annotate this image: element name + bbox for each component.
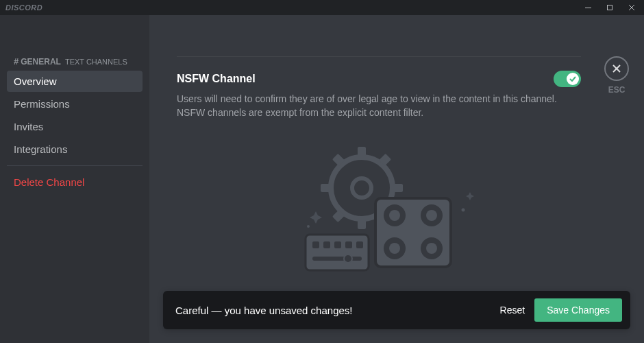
settings-sidebar: # GENERAL TEXT CHANNELS Overview Permiss… xyxy=(0,15,149,343)
sidebar-item-delete-channel[interactable]: Delete Channel xyxy=(7,172,143,193)
sidebar-item-integrations[interactable]: Integrations xyxy=(7,139,143,160)
svg-rect-8 xyxy=(358,147,366,156)
svg-point-7 xyxy=(352,178,371,198)
sidebar-divider xyxy=(7,165,143,166)
minimize-button[interactable] xyxy=(578,0,597,15)
nsfw-setting-row: NSFW Channel xyxy=(177,71,581,87)
settings-content: NSFW Channel Users will need to confirm … xyxy=(177,15,581,277)
channel-name: GENERAL xyxy=(21,57,61,67)
svg-rect-33 xyxy=(312,257,362,261)
sidebar-item-label: Integrations xyxy=(14,143,67,155)
unsaved-actions: Reset Save Changes xyxy=(500,298,622,322)
svg-point-19 xyxy=(389,210,400,221)
save-changes-button[interactable]: Save Changes xyxy=(534,298,622,322)
svg-rect-29 xyxy=(323,241,330,248)
svg-rect-10 xyxy=(321,184,330,192)
svg-rect-9 xyxy=(358,220,366,229)
unsaved-changes-bar: Careful — you have unsaved changes! Rese… xyxy=(163,291,630,329)
svg-rect-26 xyxy=(306,235,369,270)
sidebar-item-label: Invites xyxy=(14,121,43,132)
setting-title: NSFW Channel xyxy=(177,73,256,85)
toggle-knob xyxy=(567,73,579,85)
app-wordmark: DISCORD xyxy=(5,3,42,12)
close-settings-button[interactable] xyxy=(604,56,629,81)
close-region: ESC xyxy=(604,56,629,95)
hash-icon: # xyxy=(14,56,18,67)
settings-illustration xyxy=(177,147,581,277)
sidebar-item-overview[interactable]: Overview xyxy=(7,71,143,92)
window-controls xyxy=(578,0,641,15)
titlebar: DISCORD xyxy=(0,0,644,15)
sidebar-item-label: Overview xyxy=(14,75,57,87)
svg-rect-30 xyxy=(334,241,341,248)
esc-label: ESC xyxy=(608,85,626,95)
sidebar-item-label: Permissions xyxy=(14,98,70,110)
svg-point-21 xyxy=(426,210,437,221)
close-window-button[interactable] xyxy=(622,0,641,15)
maximize-button[interactable] xyxy=(600,0,619,15)
svg-rect-1 xyxy=(608,5,612,10)
settings-main: ESC NSFW Channel Users will need to conf… xyxy=(149,15,644,343)
svg-rect-28 xyxy=(312,241,319,248)
svg-rect-32 xyxy=(356,241,363,248)
setting-description: Users will need to confirm they are of o… xyxy=(177,93,560,119)
sidebar-item-permissions[interactable]: Permissions xyxy=(7,93,143,115)
svg-point-36 xyxy=(462,209,465,212)
svg-rect-11 xyxy=(393,184,403,192)
section-divider xyxy=(177,56,581,57)
header-suffix: TEXT CHANNELS xyxy=(65,58,127,66)
svg-point-23 xyxy=(389,243,400,254)
svg-rect-31 xyxy=(345,241,352,248)
svg-point-35 xyxy=(307,225,310,228)
svg-point-34 xyxy=(344,255,352,263)
sidebar-header: # GENERAL TEXT CHANNELS xyxy=(14,56,143,67)
nsfw-toggle[interactable] xyxy=(554,71,581,87)
reset-button[interactable]: Reset xyxy=(500,305,525,316)
svg-point-25 xyxy=(426,243,437,254)
sidebar-item-invites[interactable]: Invites xyxy=(7,116,143,137)
unsaved-message: Careful — you have unsaved changes! xyxy=(175,305,353,316)
sidebar-item-label: Delete Channel xyxy=(14,176,84,188)
